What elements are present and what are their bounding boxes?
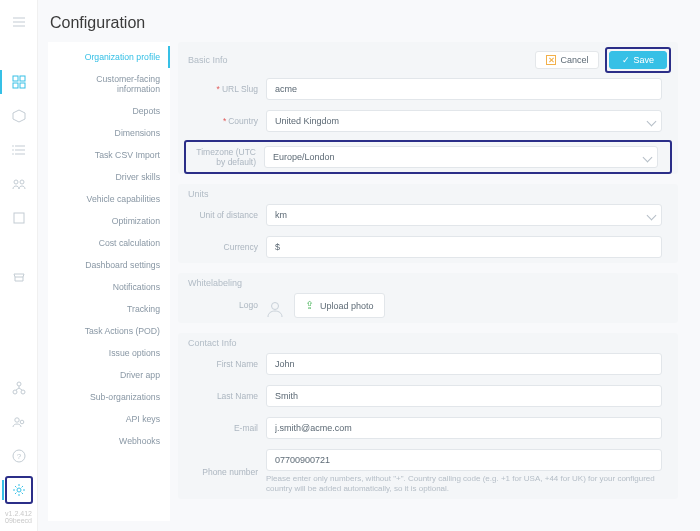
left-rail: ? v1.2.41209beecd bbox=[0, 0, 38, 531]
svg-point-15 bbox=[20, 420, 24, 424]
nav-task-csv-import[interactable]: Task CSV Import bbox=[48, 144, 170, 166]
svg-point-19 bbox=[272, 303, 279, 310]
list-icon[interactable] bbox=[5, 136, 33, 164]
label-timezone: Timezone (UTC by default) bbox=[196, 147, 256, 167]
svg-point-14 bbox=[14, 417, 18, 421]
svg-point-12 bbox=[13, 390, 17, 394]
timezone-select[interactable]: Europe/London bbox=[264, 146, 658, 168]
section-title: Units bbox=[188, 189, 209, 199]
label-country: Country bbox=[228, 116, 258, 126]
nav-dimensions[interactable]: Dimensions bbox=[48, 122, 170, 144]
unit-of-distance-select[interactable]: km bbox=[266, 204, 662, 226]
nav-notifications[interactable]: Notifications bbox=[48, 276, 170, 298]
nav-cost-calculation[interactable]: Cost calculation bbox=[48, 232, 170, 254]
form-panel: Basic Info Cancel ✓Save *URL Slug bbox=[178, 42, 684, 521]
svg-point-13 bbox=[21, 390, 25, 394]
svg-point-9 bbox=[20, 180, 24, 184]
nav-customer-facing-info[interactable]: Customer-facing information bbox=[48, 68, 170, 100]
svg-text:?: ? bbox=[16, 452, 21, 461]
svg-marker-4 bbox=[13, 110, 25, 122]
nav-optimization[interactable]: Optimization bbox=[48, 210, 170, 232]
currency-input[interactable] bbox=[266, 236, 662, 258]
section-title: Whitelabeling bbox=[188, 278, 242, 288]
users-icon[interactable] bbox=[5, 170, 33, 198]
nav-task-actions[interactable]: Task Actions (POD) bbox=[48, 320, 170, 342]
org-icon[interactable] bbox=[5, 374, 33, 402]
upload-photo-button[interactable]: ⇪Upload photo bbox=[294, 293, 385, 318]
svg-point-18 bbox=[17, 488, 21, 492]
settings-icon[interactable] bbox=[7, 478, 31, 502]
section-basic-info: Basic Info Cancel ✓Save *URL Slug bbox=[178, 42, 678, 174]
svg-point-6 bbox=[12, 149, 14, 151]
svg-rect-1 bbox=[20, 76, 25, 81]
section-title: Basic Info bbox=[188, 55, 228, 65]
nav-dashboard-settings[interactable]: Dashboard settings bbox=[48, 254, 170, 276]
package-icon[interactable] bbox=[5, 102, 33, 130]
chevron-down-icon bbox=[647, 117, 657, 127]
label-currency: Currency bbox=[224, 242, 258, 252]
section-units: Units Unit of distance km Currency bbox=[178, 184, 678, 263]
label-logo: Logo bbox=[239, 300, 258, 310]
avatar-placeholder-icon bbox=[266, 300, 284, 318]
url-slug-input[interactable] bbox=[266, 78, 662, 100]
phone-note: Please enter only numbers, without "+". … bbox=[266, 474, 662, 494]
label-email: E-mail bbox=[234, 423, 258, 433]
phone-input[interactable] bbox=[266, 449, 662, 471]
nav-depots[interactable]: Depots bbox=[48, 100, 170, 122]
team-icon[interactable] bbox=[5, 408, 33, 436]
help-icon[interactable]: ? bbox=[5, 442, 33, 470]
version-label: v1.2.41209beecd bbox=[5, 510, 32, 525]
cancel-icon bbox=[546, 55, 556, 65]
cancel-button[interactable]: Cancel bbox=[535, 51, 599, 69]
last-name-input[interactable] bbox=[266, 385, 662, 407]
page-title: Configuration bbox=[50, 14, 684, 32]
section-title: Contact Info bbox=[188, 338, 237, 348]
nav-sub-organizations[interactable]: Sub-organizations bbox=[48, 386, 170, 408]
nav-api-keys[interactable]: API keys bbox=[48, 408, 170, 430]
chevron-down-icon bbox=[647, 211, 657, 221]
svg-point-7 bbox=[12, 153, 14, 155]
nav-webhooks[interactable]: Webhooks bbox=[48, 430, 170, 452]
label-first-name: First Name bbox=[216, 359, 258, 369]
label-url-slug: URL Slug bbox=[222, 84, 258, 94]
report-icon[interactable] bbox=[5, 204, 33, 232]
dashboard-icon[interactable] bbox=[5, 68, 33, 96]
check-icon: ✓ bbox=[622, 55, 630, 65]
svg-rect-0 bbox=[13, 76, 18, 81]
nav-organization-profile[interactable]: Organization profile bbox=[48, 46, 170, 68]
svg-rect-2 bbox=[13, 83, 18, 88]
nav-issue-options[interactable]: Issue options bbox=[48, 342, 170, 364]
email-input[interactable] bbox=[266, 417, 662, 439]
section-whitelabeling: Whitelabeling Logo ⇪Upload photo bbox=[178, 273, 678, 323]
menu-icon[interactable] bbox=[5, 8, 33, 36]
svg-rect-10 bbox=[14, 213, 24, 223]
svg-point-8 bbox=[14, 180, 18, 184]
svg-point-11 bbox=[17, 382, 21, 386]
nav-tracking[interactable]: Tracking bbox=[48, 298, 170, 320]
save-button[interactable]: ✓Save bbox=[609, 51, 667, 69]
nav-driver-app[interactable]: Driver app bbox=[48, 364, 170, 386]
nav-vehicle-capabilities[interactable]: Vehicle capabilities bbox=[48, 188, 170, 210]
section-contact-info: Contact Info First Name Last Name E-mail bbox=[178, 333, 678, 499]
label-last-name: Last Name bbox=[217, 391, 258, 401]
first-name-input[interactable] bbox=[266, 353, 662, 375]
svg-point-5 bbox=[12, 145, 14, 147]
nav-driver-skills[interactable]: Driver skills bbox=[48, 166, 170, 188]
chevron-down-icon bbox=[643, 153, 653, 163]
country-select[interactable]: United Kingdom bbox=[266, 110, 662, 132]
content: Configuration Organization profile Custo… bbox=[38, 0, 700, 531]
label-unit-of-distance: Unit of distance bbox=[199, 210, 258, 220]
label-phone: Phone number bbox=[202, 467, 258, 477]
store-icon[interactable] bbox=[5, 262, 33, 290]
svg-rect-3 bbox=[20, 83, 25, 88]
config-nav: Organization profile Customer-facing inf… bbox=[48, 42, 170, 521]
upload-icon: ⇪ bbox=[305, 299, 314, 312]
